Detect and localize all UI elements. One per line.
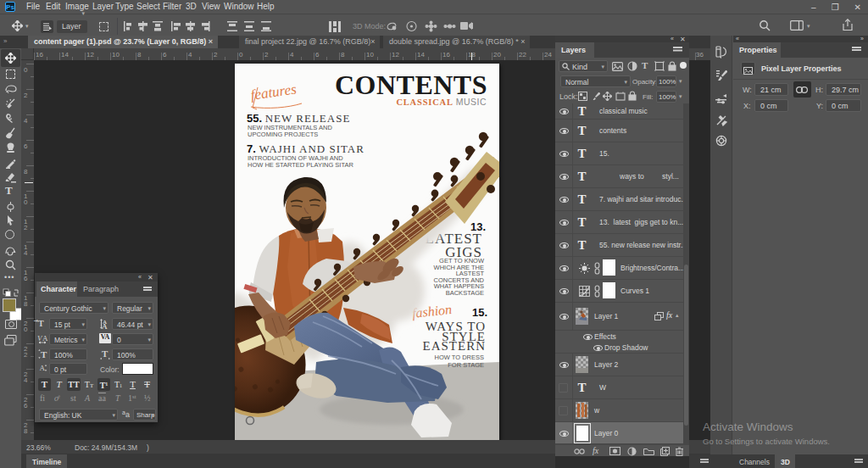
- svg-text:T: T: [102, 349, 108, 359]
- svg-text:A: A: [42, 334, 48, 343]
- svg-text:A: A: [40, 364, 46, 372]
- svg-text:T: T: [41, 349, 47, 359]
- svg-text:A: A: [102, 322, 108, 330]
